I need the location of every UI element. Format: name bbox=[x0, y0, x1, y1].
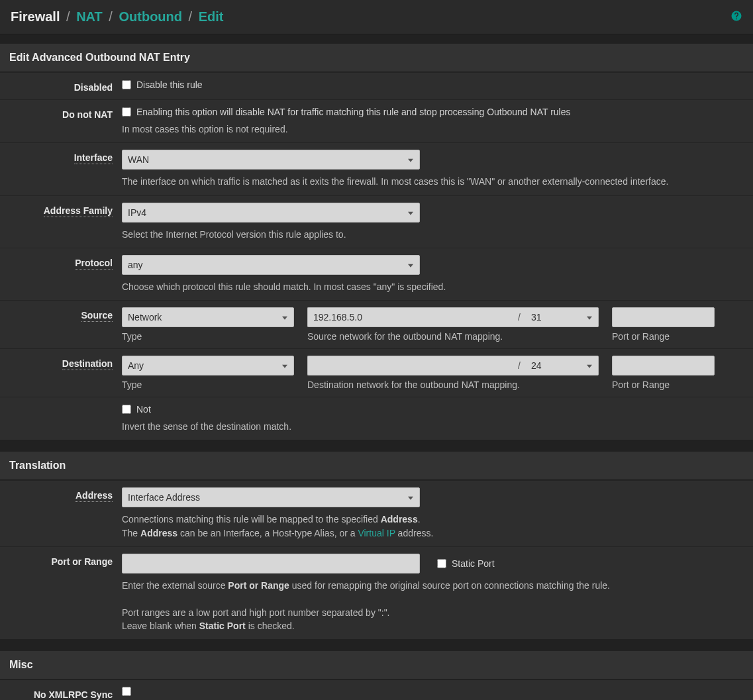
source-network-input[interactable] bbox=[307, 307, 513, 327]
disabled-checkbox-wrap[interactable]: Disable this rule bbox=[122, 79, 744, 90]
row-translation-port: Port or Range Static Port Enter the exte… bbox=[0, 546, 753, 639]
address-family-select[interactable]: IPv4 bbox=[122, 203, 420, 223]
destination-type-label: Type bbox=[122, 379, 294, 390]
translation-address-select[interactable]: Interface Address bbox=[122, 487, 420, 507]
do-not-nat-help: In most cases this option is not require… bbox=[122, 123, 744, 136]
breadcrumb-edit[interactable]: Edit bbox=[199, 9, 224, 24]
row-interface: Interface WAN The interface on which tra… bbox=[0, 142, 753, 195]
destination-mask-select[interactable]: 24 bbox=[526, 356, 599, 375]
destination-type-select[interactable]: Any bbox=[122, 356, 294, 375]
destination-not-wrap[interactable]: Not bbox=[122, 404, 744, 415]
destination-port-label: Port or Range bbox=[612, 379, 715, 390]
destination-not-help: Invert the sense of the destination matc… bbox=[122, 420, 744, 433]
row-do-not-nat: Do not NAT Enabling this option will dis… bbox=[0, 99, 753, 142]
do-not-nat-checkbox-label: Enabling this option will disable NAT fo… bbox=[136, 107, 571, 117]
do-not-nat-checkbox[interactable] bbox=[122, 107, 131, 117]
static-port-checkbox[interactable] bbox=[437, 559, 446, 568]
row-protocol: Protocol any Choose which protocol this … bbox=[0, 248, 753, 300]
row-address-family: Address Family IPv4 Select the Internet … bbox=[0, 195, 753, 248]
source-type-select[interactable]: Network bbox=[122, 307, 294, 327]
label-translation-port: Port or Range bbox=[9, 554, 122, 567]
do-not-nat-checkbox-wrap[interactable]: Enabling this option will disable NAT fo… bbox=[122, 107, 744, 117]
interface-select[interactable]: WAN bbox=[122, 150, 420, 170]
breadcrumb: Firewall / NAT / Outbound / Edit bbox=[11, 9, 223, 25]
slash-separator: / bbox=[513, 307, 526, 327]
source-mask-select[interactable]: 31 bbox=[526, 307, 599, 327]
label-disabled: Disabled bbox=[9, 79, 122, 93]
label-no-xmlrpc: No XMLRPC Sync bbox=[9, 687, 122, 700]
breadcrumb-nat[interactable]: NAT bbox=[76, 9, 103, 24]
label-interface: Interface bbox=[74, 152, 113, 164]
no-xmlrpc-checkbox[interactable] bbox=[122, 687, 131, 696]
disabled-checkbox-label: Disable this rule bbox=[136, 79, 203, 90]
destination-not-checkbox[interactable] bbox=[122, 405, 131, 414]
destination-port-input[interactable] bbox=[612, 356, 715, 375]
no-xmlrpc-wrap[interactable] bbox=[122, 687, 744, 696]
row-destination-not: Not Invert the sense of the destination … bbox=[0, 397, 753, 440]
destination-not-label: Not bbox=[136, 404, 151, 415]
section-title-translation: Translation bbox=[0, 452, 753, 480]
protocol-select[interactable]: any bbox=[122, 255, 420, 275]
source-port-label: Port or Range bbox=[612, 331, 715, 342]
source-port-input[interactable] bbox=[612, 307, 715, 327]
static-port-label: Static Port bbox=[452, 558, 495, 569]
row-destination: Destination Any Type / 24 Destination ne… bbox=[0, 348, 753, 397]
label-translation-address: Address bbox=[75, 490, 113, 502]
breadcrumb-root: Firewall bbox=[11, 9, 60, 24]
row-source: Source Network Type / 31 Source network … bbox=[0, 300, 753, 348]
translation-address-help: Connections matching this rule will be m… bbox=[122, 513, 744, 540]
slash-separator: / bbox=[513, 356, 526, 375]
help-icon[interactable] bbox=[730, 10, 742, 24]
label-destination: Destination bbox=[62, 358, 113, 370]
breadcrumb-outbound[interactable]: Outbound bbox=[119, 9, 182, 24]
interface-help: The interface on which traffic is matche… bbox=[122, 175, 744, 188]
section-title-misc: Misc bbox=[0, 651, 753, 679]
page-header: Firewall / NAT / Outbound / Edit bbox=[0, 0, 753, 34]
row-no-xmlrpc: No XMLRPC Sync Prevents the rule on Mast… bbox=[0, 679, 753, 700]
translation-port-input[interactable] bbox=[122, 554, 420, 574]
address-family-help: Select the Internet Protocol version thi… bbox=[122, 228, 744, 241]
section-title-edit: Edit Advanced Outbound NAT Entry bbox=[0, 44, 753, 72]
disabled-checkbox[interactable] bbox=[122, 80, 131, 89]
static-port-wrap[interactable]: Static Port bbox=[437, 558, 495, 569]
destination-network-help: Destination network for the outbound NAT… bbox=[307, 379, 599, 390]
translation-port-help: Enter the external source Port or Range … bbox=[122, 579, 744, 632]
source-type-label: Type bbox=[122, 331, 294, 342]
label-source: Source bbox=[81, 310, 113, 322]
protocol-help: Choose which protocol this rule should m… bbox=[122, 280, 744, 293]
row-disabled: Disabled Disable this rule bbox=[0, 72, 753, 99]
virtual-ip-link[interactable]: Virtual IP bbox=[358, 528, 395, 538]
source-network-help: Source network for the outbound NAT mapp… bbox=[307, 331, 599, 342]
label-address-family: Address Family bbox=[44, 205, 113, 217]
row-translation-address: Address Interface Address Connections ma… bbox=[0, 480, 753, 546]
label-do-not-nat: Do not NAT bbox=[9, 107, 122, 120]
label-protocol: Protocol bbox=[75, 258, 113, 270]
destination-network-input[interactable] bbox=[307, 356, 513, 375]
